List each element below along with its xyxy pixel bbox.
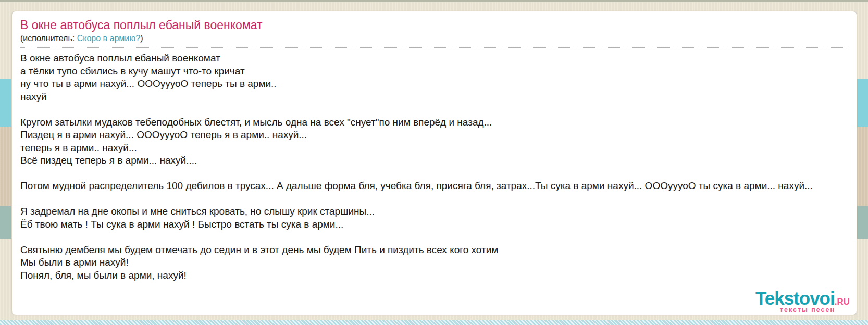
lyric-line: Мы были в арми нахуй! [20, 256, 848, 269]
lyric-line: Потом мудной распределитель 100 дебилов … [20, 180, 848, 193]
lyric-line: Кругом затылки мудаков тебеподобных блес… [20, 116, 848, 129]
lyric-line: Всё пиздец теперь я в арми... нахуй.... [20, 154, 848, 167]
artist-suffix: ) [140, 34, 143, 43]
lyric-line: а тёлки тупо сбились в кучу машут что-то… [20, 65, 848, 78]
lyrics: В окне автобуса поплыл ебаный военкомат … [20, 52, 848, 282]
lyric-line: Святыню дембеля мы будем отмечать до сед… [20, 244, 848, 257]
site-logo[interactable]: Tekstovoi.RU тексты песен [755, 289, 850, 314]
lyric-line [20, 167, 848, 180]
site-logo-domain: .RU [835, 297, 850, 307]
lyric-line [20, 231, 848, 244]
lyric-line: Я задремал на дне окопы и мне сниться кр… [20, 205, 848, 218]
artist-line: (исполнитель: Скоро в армию?) [20, 32, 848, 48]
background-stripe-bottom [0, 320, 868, 325]
content-card: В окне автобуса поплыл ебаный военкомат … [11, 11, 857, 315]
artist-prefix: (исполнитель: [20, 34, 77, 43]
lyric-line: нахуй [20, 91, 848, 104]
lyric-line [20, 103, 848, 116]
lyric-line: ну что ты в арми нахуй... ОООуууоО тепер… [20, 78, 848, 91]
artist-link[interactable]: Скоро в армию? [77, 34, 140, 43]
lyric-line: Понял, бля, мы были в арми, нахуй! [20, 269, 848, 282]
lyric-line: Пиздец я в арми нахуй... ОООуууоО теперь… [20, 129, 848, 142]
lyric-line [20, 193, 848, 206]
lyric-line: Ёб твою мать ! Ты сука в арми нахуй ! Бы… [20, 218, 848, 231]
card-inner: В окне автобуса поплыл ебаный военкомат … [12, 11, 857, 282]
lyric-line: В окне автобуса поплыл ебаный военкомат [20, 52, 848, 65]
site-logo-wordmark: Tekstovoi.RU [755, 289, 850, 307]
song-title: В окне автобуса поплыл ебаный военкомат [20, 18, 848, 32]
site-logo-name: Tekstovoi [755, 288, 835, 308]
lyric-line: теперь я в арми.. нахуй... [20, 142, 848, 155]
